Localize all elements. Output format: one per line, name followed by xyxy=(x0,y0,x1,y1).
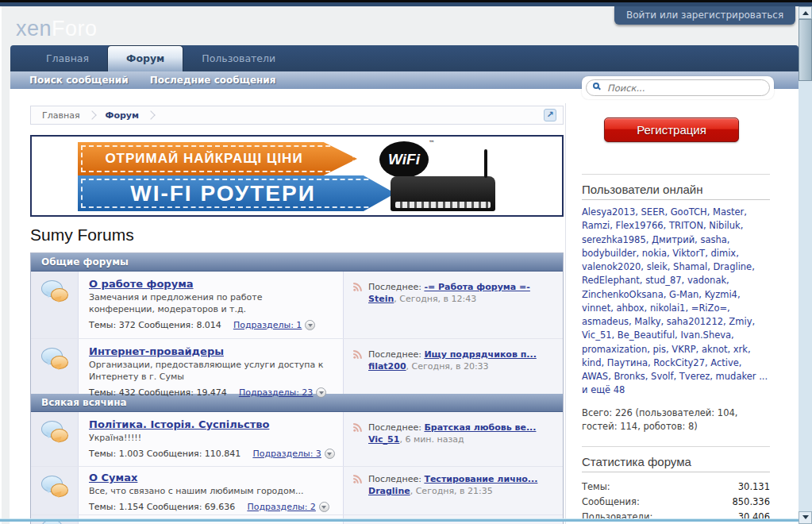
expand-subforums-icon[interactable] xyxy=(316,387,326,398)
forum-info-cell: Політика. Історія. Суспільство Україна!!… xyxy=(79,412,343,466)
last-post-label: Последнее: xyxy=(368,349,421,360)
register-button[interactable]: Регистрация xyxy=(604,118,739,142)
banner-top-ribbon: ОТРИМАЙ НАЙКРАЩІ ЦІНИ xyxy=(78,142,357,175)
forum-description: Организации, предоставляющие услуги дост… xyxy=(89,360,329,383)
stat-row-messages: Сообщения: 850.336 xyxy=(582,495,770,510)
last-post-time: , 6 мин. назад xyxy=(399,434,464,445)
last-post-cell: Последнее: Тестирование лично... Draglin… xyxy=(343,467,563,514)
logo-part-xen: xen xyxy=(16,17,52,40)
forum-row: Интернет-провайдеры Организации, предост… xyxy=(31,338,563,394)
tab-forum[interactable]: Форум xyxy=(107,45,183,71)
stat-label: Сообщения: xyxy=(582,495,640,510)
online-users-list[interactable]: Alesya2013, SEER, GooTCH, Master, Ramzi,… xyxy=(582,206,770,398)
forum-row: О работе форума Замечания и предложения … xyxy=(31,272,563,338)
last-post-time: , Сегодня, в 20:33 xyxy=(406,361,489,372)
last-post-label: Последнее: xyxy=(368,282,421,292)
expand-subforums-icon[interactable] xyxy=(319,502,329,512)
tab-home[interactable]: Главная xyxy=(28,45,107,71)
last-post-title-link[interactable]: Братская любовь ве... xyxy=(424,422,536,433)
speech-bubbles-icon xyxy=(40,280,70,307)
external-link-icon[interactable]: ↗ xyxy=(544,109,556,121)
forum-row: О Сумах Все, что связано с нашим любимым… xyxy=(31,466,563,514)
arrow-up-icon xyxy=(802,8,809,15)
last-post-title-link[interactable]: -= Работа форума =- xyxy=(424,282,530,292)
window-bottom-edge xyxy=(0,518,799,522)
sidebar: Регистрация Пользователи онлайн Alesya20… xyxy=(582,108,770,524)
browser-top-edge xyxy=(0,0,812,6)
forum-list: Общие форумы О работе форума Замечания и… xyxy=(30,252,564,524)
forum-statistics-title: Статистика форума xyxy=(582,455,770,472)
forum-title-link[interactable]: Интернет-провайдеры xyxy=(89,345,224,357)
forum-icon-cell xyxy=(31,339,79,394)
breadcrumb-home[interactable]: Главная xyxy=(42,110,80,121)
banner-bottom-ribbon: WI-FI РОУТЕРИ xyxy=(78,175,395,211)
forum-statistics-section: Статистика форума Темы: 30.131 Сообщения… xyxy=(582,447,770,524)
last-post-label: Последнее: xyxy=(368,474,421,484)
login-register-button[interactable]: Войти или зарегистрироваться xyxy=(614,6,795,25)
stat-row-users: Пользователи: 30.406 xyxy=(582,510,770,524)
stat-value: 850.336 xyxy=(732,495,770,510)
tab-users[interactable]: Пользователи xyxy=(183,45,294,71)
search-icon xyxy=(593,83,599,89)
forum-stats: Темы: 372 Сообщения: 8.014 xyxy=(89,320,221,330)
last-post-user-link[interactable]: Stein xyxy=(368,294,394,304)
forum-title-link[interactable]: О работе форума xyxy=(89,278,194,290)
category-header-general[interactable]: Общие форумы xyxy=(31,253,563,272)
forum-icon-cell xyxy=(31,467,79,514)
stat-value: 30.131 xyxy=(738,480,770,495)
last-post-title-link[interactable]: Ищу подрядчиков п... xyxy=(424,349,536,360)
page-title: Sumy Forums xyxy=(30,225,134,245)
rss-icon xyxy=(352,282,363,292)
router-image xyxy=(391,176,495,211)
trademark-symbol: ™ xyxy=(429,140,435,147)
page-background: xenForo Войти или зарегистрироваться Гла… xyxy=(2,6,799,524)
breadcrumb-current[interactable]: Форум xyxy=(106,110,140,121)
last-post-title-link[interactable]: Тестирование лично... xyxy=(424,474,537,484)
ad-banner[interactable]: ОТРИМАЙ НАЙКРАЩІ ЦІНИ WI-FI РОУТЕРИ WiFi… xyxy=(30,135,564,217)
subforums-link[interactable]: Подразделы: 23 xyxy=(239,387,313,398)
last-post-time: , Сегодня, в 21:35 xyxy=(410,486,493,496)
vertical-scrollbar[interactable] xyxy=(799,6,812,524)
last-post-user-link[interactable]: filat200 xyxy=(368,361,406,372)
subforums-link[interactable]: Подразделы: 3 xyxy=(252,449,321,459)
last-post-user-link[interactable]: Vic_51 xyxy=(368,434,399,445)
last-post-time: , Сегодня, в 12:43 xyxy=(394,294,476,304)
forum-icon-cell xyxy=(31,412,79,466)
search-input[interactable] xyxy=(586,79,770,96)
forum-info-cell: О Сумах Все, что связано с нашим любимым… xyxy=(79,467,343,514)
logo-part-foro: Foro xyxy=(52,17,98,40)
breadcrumb: Главная Форум ↗ xyxy=(30,106,564,125)
forum-description: Україна!!!!! xyxy=(89,433,329,445)
last-post-cell: Последнее: Ищу подрядчиков п... filat200… xyxy=(343,339,563,394)
subnav-search-posts[interactable]: Поиск сообщений xyxy=(29,75,129,86)
chevron-right-icon xyxy=(87,110,96,119)
rss-icon xyxy=(352,422,363,433)
forum-description: Замечания и предложения по работе конфер… xyxy=(89,292,329,316)
stat-value: 30.406 xyxy=(738,510,770,524)
site-logo[interactable]: xenForo xyxy=(16,17,98,41)
scrollbar-thumb[interactable] xyxy=(799,19,812,81)
forum-row: Політика. Історія. Суспільство Україна!!… xyxy=(31,412,563,466)
register-section: Регистрация xyxy=(582,118,770,174)
users-online-title: Пользователи онлайн xyxy=(582,183,770,200)
stat-label: Пользователи: xyxy=(582,510,652,524)
search-box xyxy=(582,76,774,99)
arrow-down-icon xyxy=(802,515,809,522)
subforums-link[interactable]: Подразделы: 2 xyxy=(247,502,315,512)
forum-icon-cell xyxy=(31,272,79,338)
forum-title-link[interactable]: О Сумах xyxy=(89,472,137,484)
chevron-right-icon xyxy=(146,110,155,119)
scroll-up-button[interactable] xyxy=(799,6,812,19)
last-post-user-link[interactable]: Dragline xyxy=(368,486,410,496)
last-post-label: Последнее: xyxy=(368,422,421,433)
scroll-down-button[interactable] xyxy=(799,511,812,524)
speech-bubbles-icon xyxy=(40,421,70,448)
expand-subforums-icon[interactable] xyxy=(305,320,315,330)
forum-stats: Темы: 1.154 Сообщения: 69.636 xyxy=(89,502,235,512)
expand-subforums-icon[interactable] xyxy=(325,449,335,459)
forum-stats: Темы: 1.003 Сообщения: 110.841 xyxy=(89,449,241,459)
subforums-link[interactable]: Подразделы: 1 xyxy=(233,320,302,330)
forum-title-link[interactable]: Політика. Історія. Суспільство xyxy=(89,418,269,430)
subnav-recent-posts[interactable]: Последние сообщения xyxy=(150,75,276,86)
forum-description: Все, что связано с нашим любимым городом… xyxy=(89,486,329,498)
